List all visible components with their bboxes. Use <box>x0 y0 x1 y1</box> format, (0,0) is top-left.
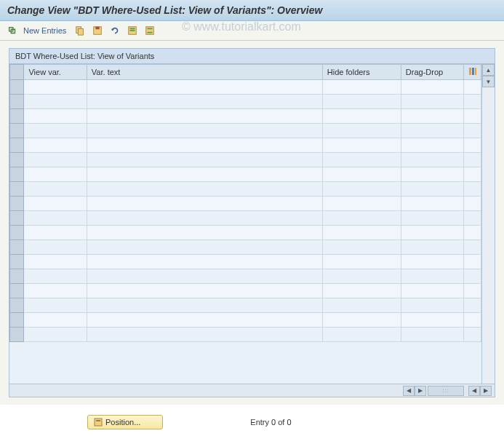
cell-view-var[interactable] <box>24 269 87 284</box>
cell-view-var[interactable] <box>24 226 87 240</box>
cell-view-var[interactable] <box>24 167 87 182</box>
cell-drag-drop[interactable] <box>401 124 463 138</box>
cell-drag-drop[interactable] <box>401 269 463 284</box>
cell-hide-folders[interactable] <box>322 138 401 153</box>
row-selector[interactable] <box>10 240 24 255</box>
cell-var-text[interactable] <box>87 240 322 255</box>
position-button[interactable]: Position... <box>87 415 163 429</box>
cell-var-text[interactable] <box>87 124 322 138</box>
cell-view-var[interactable] <box>24 80 87 95</box>
cell-view-var[interactable] <box>24 95 87 109</box>
undo-icon[interactable] <box>108 24 121 37</box>
column-header-hide-folders[interactable]: Hide folders <box>322 65 401 80</box>
scroll-up-button[interactable]: ▲ <box>482 64 495 76</box>
row-selector[interactable] <box>10 211 24 226</box>
cell-view-var[interactable] <box>24 153 87 167</box>
select-icon[interactable] <box>126 24 139 37</box>
row-selector[interactable] <box>10 284 24 298</box>
deselect-icon[interactable] <box>143 24 156 37</box>
cell-var-text[interactable] <box>87 298 322 313</box>
row-selector[interactable] <box>10 313 24 328</box>
cell-drag-drop[interactable] <box>401 328 463 342</box>
cell-var-text[interactable] <box>87 109 322 124</box>
cell-view-var[interactable] <box>24 240 87 255</box>
row-selector[interactable] <box>10 153 24 167</box>
cell-drag-drop[interactable] <box>401 182 463 197</box>
cell-drag-drop[interactable] <box>401 284 463 298</box>
cell-hide-folders[interactable] <box>322 298 401 313</box>
row-selector[interactable] <box>10 182 24 197</box>
cell-var-text[interactable] <box>87 211 322 226</box>
cell-hide-folders[interactable] <box>322 167 401 182</box>
scroll-track[interactable] <box>482 87 495 384</box>
cell-var-text[interactable] <box>87 80 322 95</box>
row-selector[interactable] <box>10 255 24 269</box>
cell-view-var[interactable] <box>24 284 87 298</box>
cell-view-var[interactable] <box>24 298 87 313</box>
cell-var-text[interactable] <box>87 95 322 109</box>
scroll-left-button[interactable]: ◀ <box>403 386 415 396</box>
cell-var-text[interactable] <box>87 226 322 240</box>
vertical-scrollbar[interactable]: ▲ ▼ <box>481 64 495 384</box>
cell-hide-folders[interactable] <box>322 153 401 167</box>
save-icon[interactable] <box>91 24 104 37</box>
row-selector[interactable] <box>10 109 24 124</box>
cell-var-text[interactable] <box>87 255 322 269</box>
select-all-header[interactable] <box>10 65 24 80</box>
cell-hide-folders[interactable] <box>322 226 401 240</box>
cell-view-var[interactable] <box>24 313 87 328</box>
cell-drag-drop[interactable] <box>401 167 463 182</box>
scroll-left-button-2[interactable]: ◀ <box>468 386 480 396</box>
cell-var-text[interactable] <box>87 328 322 342</box>
cell-hide-folders[interactable] <box>322 269 401 284</box>
cell-hide-folders[interactable] <box>322 240 401 255</box>
cell-view-var[interactable] <box>24 328 87 342</box>
cell-var-text[interactable] <box>87 313 322 328</box>
row-selector[interactable] <box>10 328 24 342</box>
cell-drag-drop[interactable] <box>401 298 463 313</box>
cell-drag-drop[interactable] <box>401 109 463 124</box>
cell-hide-folders[interactable] <box>322 182 401 197</box>
cell-hide-folders[interactable] <box>322 328 401 342</box>
cell-view-var[interactable] <box>24 109 87 124</box>
cell-drag-drop[interactable] <box>401 80 463 95</box>
cell-drag-drop[interactable] <box>401 226 463 240</box>
scroll-right-button[interactable]: ▶ <box>415 386 426 396</box>
cell-var-text[interactable] <box>87 284 322 298</box>
toggle-icon[interactable] <box>6 24 19 37</box>
table-config-icon[interactable] <box>464 65 481 80</box>
cell-var-text[interactable] <box>87 269 322 284</box>
cell-var-text[interactable] <box>87 138 322 153</box>
cell-hide-folders[interactable] <box>322 197 401 211</box>
cell-view-var[interactable] <box>24 124 87 138</box>
cell-drag-drop[interactable] <box>401 211 463 226</box>
scroll-thumb[interactable]: ::: <box>428 386 464 396</box>
cell-var-text[interactable] <box>87 167 322 182</box>
cell-var-text[interactable] <box>87 182 322 197</box>
row-selector[interactable] <box>10 226 24 240</box>
row-selector[interactable] <box>10 269 24 284</box>
cell-hide-folders[interactable] <box>322 124 401 138</box>
cell-view-var[interactable] <box>24 211 87 226</box>
cell-drag-drop[interactable] <box>401 138 463 153</box>
scroll-down-button[interactable]: ▼ <box>482 76 495 87</box>
cell-hide-folders[interactable] <box>322 211 401 226</box>
new-entries-button[interactable]: New Entries <box>23 26 66 35</box>
cell-view-var[interactable] <box>24 138 87 153</box>
cell-hide-folders[interactable] <box>322 109 401 124</box>
cell-hide-folders[interactable] <box>322 313 401 328</box>
row-selector[interactable] <box>10 95 24 109</box>
cell-var-text[interactable] <box>87 153 322 167</box>
row-selector[interactable] <box>10 167 24 182</box>
cell-hide-folders[interactable] <box>322 95 401 109</box>
row-selector[interactable] <box>10 124 24 138</box>
row-selector[interactable] <box>10 298 24 313</box>
cell-hide-folders[interactable] <box>322 284 401 298</box>
row-selector[interactable] <box>10 138 24 153</box>
cell-hide-folders[interactable] <box>322 255 401 269</box>
scroll-right-button-2[interactable]: ▶ <box>480 386 492 396</box>
cell-drag-drop[interactable] <box>401 153 463 167</box>
copy-icon[interactable] <box>73 24 87 37</box>
column-header-var-text[interactable]: Var. text <box>87 65 322 80</box>
row-selector[interactable] <box>10 80 24 95</box>
